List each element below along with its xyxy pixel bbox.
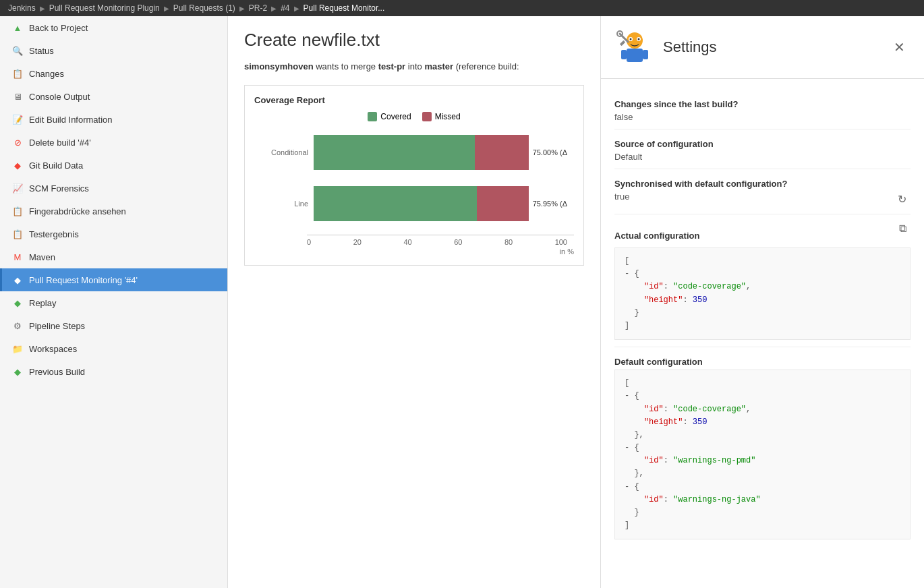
covered-color-swatch bbox=[368, 112, 377, 121]
sidebar-label-status: Status bbox=[29, 46, 54, 56]
svg-rect-1 bbox=[627, 49, 643, 62]
sidebar-item-pull-request-monitoring[interactable]: ◆ Pull Request Monitoring '#4' bbox=[0, 268, 227, 291]
close-button[interactable]: ✕ bbox=[888, 38, 911, 57]
sidebar-item-maven[interactable]: M Maven bbox=[0, 245, 227, 268]
changes-since-label: Changes since the last build? bbox=[614, 99, 911, 109]
svg-point-6 bbox=[630, 38, 632, 40]
sidebar-label-workspaces: Workspaces bbox=[29, 344, 77, 354]
bar-missed-1 bbox=[477, 186, 529, 221]
breadcrumb-plugin[interactable]: Pull Request Monitoring Plugin bbox=[49, 3, 160, 13]
x-tick-60: 60 bbox=[454, 238, 462, 246]
synchronised-row: true ↻ bbox=[614, 192, 911, 207]
x-tick-40: 40 bbox=[403, 238, 411, 246]
sidebar-item-pipeline-steps[interactable]: ⚙ Pipeline Steps bbox=[0, 314, 227, 337]
sidebar-icon-delete-build: ⊘ bbox=[11, 136, 24, 148]
sidebar-icon-status: 🔍 bbox=[11, 45, 24, 57]
sidebar-icon-maven: M bbox=[11, 251, 24, 263]
breadcrumb-build[interactable]: #4 bbox=[281, 3, 289, 13]
coverage-legend: Covered Missed bbox=[254, 112, 574, 121]
svg-line-8 bbox=[620, 34, 628, 42]
sidebar-item-changes[interactable]: 📋 Changes bbox=[0, 62, 227, 85]
sidebar-icon-testergebnis: 📋 bbox=[11, 228, 24, 240]
sidebar-item-testergebnis[interactable]: 📋 Testergebnis bbox=[0, 223, 227, 245]
source-config-label: Source of configuration bbox=[614, 139, 911, 149]
sidebar-icon-console-output: 🖥 bbox=[11, 90, 24, 102]
copy-actual-config-button[interactable]: ⧉ bbox=[895, 221, 911, 236]
x-tick-20: 20 bbox=[353, 238, 362, 246]
breadcrumb-pr2[interactable]: PR-2 bbox=[249, 3, 267, 13]
settings-body: Changes since the last build? false Sour… bbox=[601, 79, 924, 550]
svg-rect-3 bbox=[643, 50, 648, 59]
sidebar-label-back-to-project: Back to Project bbox=[29, 23, 88, 33]
sidebar-label-changes: Changes bbox=[29, 69, 64, 79]
refresh-button[interactable]: ↻ bbox=[894, 192, 911, 207]
missed-label: Missed bbox=[435, 112, 461, 121]
sidebar-item-delete-build[interactable]: ⊘ Delete build '#4' bbox=[0, 131, 227, 154]
bar-container-0: 75.00% (Δ bbox=[314, 132, 567, 173]
bar-value-0: 75.00% (Δ bbox=[533, 148, 567, 156]
sidebar-item-git-build-data[interactable]: ◆ Git Build Data bbox=[0, 154, 227, 177]
settings-panel: Settings ✕ Changes since the last build?… bbox=[600, 16, 924, 588]
sidebar-label-edit-build-information: Edit Build Information bbox=[29, 115, 113, 125]
settings-title: Settings bbox=[663, 38, 880, 56]
svg-rect-2 bbox=[621, 50, 627, 59]
missed-color-swatch bbox=[422, 112, 432, 121]
sidebar-item-status[interactable]: 🔍 Status bbox=[0, 39, 227, 62]
sidebar-item-fingerabdruecke[interactable]: 📋 Fingerabdrücke ansehen bbox=[0, 200, 227, 223]
bar-missed-0 bbox=[475, 135, 529, 170]
sidebar-item-edit-build-information[interactable]: 📝 Edit Build Information bbox=[0, 108, 227, 131]
main-content: Create newfile.txt simonsymhoven wants t… bbox=[228, 16, 600, 588]
sidebar-item-previous-build[interactable]: ◆ Previous Build bbox=[0, 360, 227, 383]
sidebar-label-console-output: Console Output bbox=[29, 92, 90, 102]
synchronised-label: Synchronised with default configuration? bbox=[614, 179, 911, 189]
breadcrumb-pull-requests[interactable]: Pull Requests (1) bbox=[173, 3, 235, 13]
sidebar-label-pull-request-monitoring: Pull Request Monitoring '#4' bbox=[29, 275, 138, 285]
sidebar-label-testergebnis: Testergebnis bbox=[29, 229, 79, 239]
sidebar-icon-fingerabdruecke: 📋 bbox=[11, 205, 24, 217]
pr-author: simonsymhoven bbox=[244, 61, 314, 71]
x-tick-0: 0 bbox=[307, 238, 311, 246]
sidebar: ▲ Back to Project 🔍 Status 📋 Changes 🖥 C… bbox=[0, 16, 228, 588]
sidebar-icon-pull-request-monitoring: ◆ bbox=[11, 274, 24, 286]
actual-config-label: Actual configuration bbox=[614, 231, 699, 241]
svg-point-7 bbox=[638, 38, 640, 40]
coverage-title: Coverage Report bbox=[254, 95, 574, 105]
sidebar-icon-pipeline-steps: ⚙ bbox=[11, 320, 24, 332]
sidebar-item-console-output[interactable]: 🖥 Console Output bbox=[0, 85, 227, 108]
pr-into: into bbox=[408, 61, 425, 71]
bar-covered-0 bbox=[314, 135, 475, 170]
covered-label: Covered bbox=[380, 112, 411, 121]
sidebar-icon-scm-forensics: 📈 bbox=[11, 182, 24, 194]
pr-source: test-pr bbox=[378, 61, 405, 71]
synchronised-value: true bbox=[614, 192, 629, 202]
sidebar-label-delete-build: Delete build '#4' bbox=[29, 138, 91, 148]
sidebar-icon-workspaces: 📁 bbox=[11, 343, 24, 355]
pr-reference: (reference build: bbox=[456, 61, 519, 71]
bar-value-1: 75.95% (Δ bbox=[533, 200, 567, 208]
sidebar-icon-replay: ◆ bbox=[11, 297, 24, 309]
sidebar-item-replay[interactable]: ◆ Replay bbox=[0, 291, 227, 314]
sidebar-icon-changes: 📋 bbox=[11, 67, 24, 80]
legend-covered: Covered bbox=[368, 112, 411, 121]
bar-container-1: 75.95% (Δ bbox=[314, 183, 567, 224]
bar-label-0: Conditional bbox=[261, 148, 308, 156]
sidebar-item-back-to-project[interactable]: ▲ Back to Project bbox=[0, 16, 227, 39]
changes-since-value: false bbox=[614, 112, 911, 122]
actual-config-code: [ - { "id": "code-coverage", "height": 3… bbox=[614, 247, 911, 340]
sidebar-item-scm-forensics[interactable]: 📈 SCM Forensics bbox=[0, 177, 227, 200]
breadcrumb-jenkins[interactable]: Jenkins bbox=[8, 3, 36, 13]
sidebar-label-previous-build: Previous Build bbox=[29, 367, 85, 377]
x-suffix: in % bbox=[307, 247, 574, 256]
chart-row-0: Conditional 75.00% (Δ bbox=[261, 132, 567, 173]
settings-logo-icon bbox=[614, 27, 655, 67]
pr-action: wants to merge bbox=[316, 61, 378, 71]
sidebar-label-maven: Maven bbox=[29, 252, 55, 262]
sidebar-label-replay: Replay bbox=[29, 298, 56, 308]
breadcrumb-monitor[interactable]: Pull Request Monitor... bbox=[304, 3, 385, 13]
sidebar-icon-previous-build: ◆ bbox=[11, 365, 24, 378]
chart-row-1: Line 75.95% (Δ bbox=[261, 183, 567, 224]
sidebar-item-workspaces[interactable]: 📁 Workspaces bbox=[0, 337, 227, 360]
svg-rect-10 bbox=[620, 40, 625, 46]
sidebar-label-fingerabdruecke: Fingerabdrücke ansehen bbox=[29, 206, 126, 216]
x-tick-80: 80 bbox=[504, 238, 513, 246]
